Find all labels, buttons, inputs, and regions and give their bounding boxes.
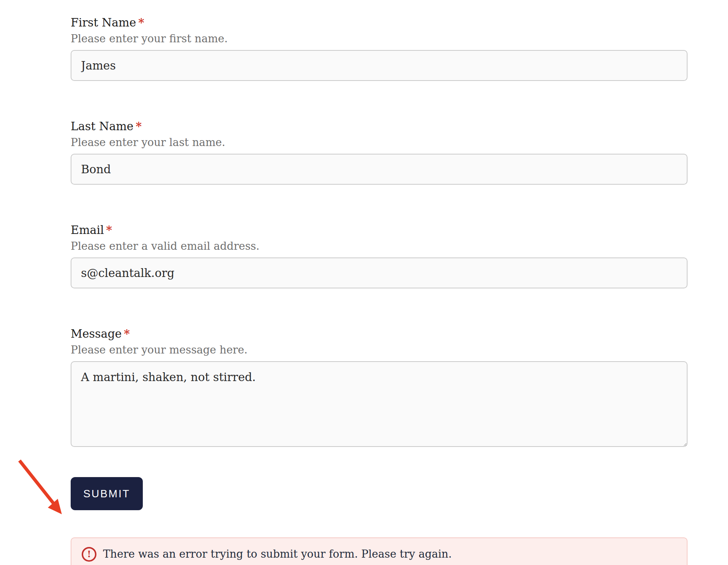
first-name-description: Please enter your first name.	[71, 32, 688, 46]
message-textarea[interactable]: A martini, shaken, not stirred.	[71, 361, 688, 447]
message-label-text: Message	[71, 327, 122, 340]
required-asterisk: *	[124, 327, 130, 340]
email-description: Please enter a valid email address.	[71, 239, 688, 253]
email-label: Email*	[71, 222, 688, 238]
last-name-input[interactable]	[71, 154, 688, 185]
field-first-name: First Name* Please enter your first name…	[71, 15, 688, 81]
required-asterisk: *	[106, 223, 112, 237]
field-email: Email* Please enter a valid email addres…	[71, 222, 688, 288]
form-error-message: There was an error trying to submit your…	[103, 548, 452, 561]
contact-form: First Name* Please enter your first name…	[71, 15, 688, 565]
required-asterisk: *	[136, 120, 142, 133]
email-label-text: Email	[71, 223, 104, 237]
first-name-label: First Name*	[71, 15, 688, 30]
form-error-banner: ! There was an error trying to submit yo…	[71, 537, 688, 565]
message-description: Please enter your message here.	[71, 343, 688, 357]
email-input[interactable]	[71, 257, 688, 288]
last-name-label: Last Name*	[71, 118, 688, 134]
exclamation-circle-icon: !	[82, 547, 96, 562]
required-asterisk: *	[138, 16, 144, 29]
annotation-arrow-icon	[15, 456, 70, 520]
submit-button[interactable]: SUBMIT	[71, 477, 143, 510]
first-name-label-text: First Name	[71, 16, 136, 29]
first-name-input[interactable]	[71, 50, 688, 81]
last-name-description: Please enter your last name.	[71, 135, 688, 149]
message-label: Message*	[71, 326, 688, 341]
last-name-label-text: Last Name	[71, 120, 134, 133]
field-last-name: Last Name* Please enter your last name.	[71, 118, 688, 185]
field-message: Message* Please enter your message here.…	[71, 326, 688, 447]
